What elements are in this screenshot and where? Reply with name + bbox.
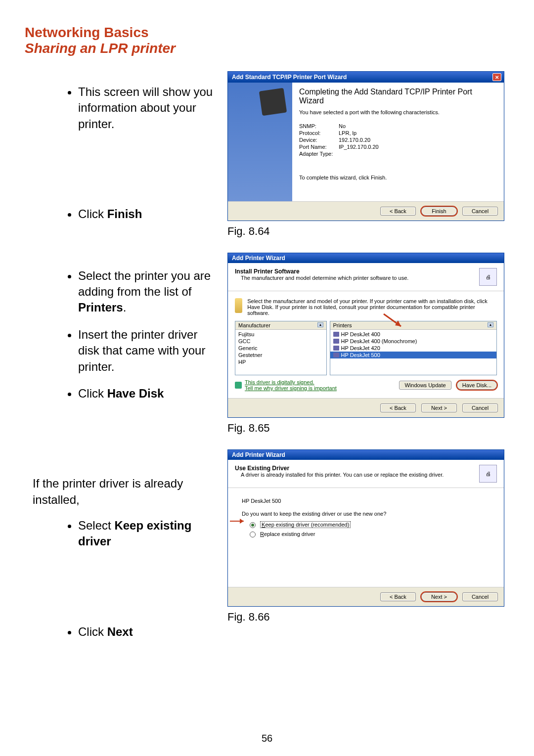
info-text: Select the manufacturer and model of you… (247, 298, 497, 316)
printer-icon (333, 353, 339, 357)
page-number: 56 (0, 733, 534, 744)
screenshots-column: Add Standard TCP/IP Printer Port Wizard … (227, 71, 504, 651)
list-item[interactable]: HP DeskJet 400 (Monochrome) (330, 338, 497, 345)
heading-title: Networking Basics (25, 25, 509, 41)
instruction-item: Select the printer you are adding from t… (78, 268, 218, 316)
column-header: Manufacturer (238, 322, 270, 328)
heading-sub: Sharing an LPR printer (25, 41, 509, 56)
printer-model: HP DeskJet 500 (242, 498, 497, 504)
cancel-button[interactable]: Cancel (462, 592, 498, 601)
manufacturer-list[interactable]: Manufacturer▴ Fujitsu GCC Generic Gestet… (235, 321, 327, 375)
add-printer-wizard-dialog: Add Printer Wizard Install Printer Softw… (227, 253, 504, 418)
radio-keep-driver[interactable] (250, 522, 256, 528)
annotation-arrow-icon (381, 311, 406, 330)
finish-button[interactable]: Finish (421, 207, 457, 216)
back-button[interactable]: < Back (380, 207, 416, 216)
cancel-button[interactable]: Cancel (462, 207, 498, 216)
scroll-up-icon[interactable]: ▴ (488, 322, 493, 327)
header-title: Use Existing Driver (235, 465, 444, 472)
printer-icon (333, 339, 339, 344)
figure-caption: Fig. 8.64 (227, 225, 504, 238)
list-item[interactable]: Generic (235, 345, 326, 352)
list-item[interactable]: GCC (235, 338, 326, 345)
prop-key: Port Name: (299, 144, 339, 150)
question-text: Do you want to keep the existing driver … (242, 511, 497, 517)
wizard-sidebar-image (228, 83, 292, 201)
instruction-item: Click Have Disk (78, 386, 218, 401)
prop-key: Adapter Type: (299, 151, 339, 157)
port-wizard-dialog: Add Standard TCP/IP Printer Port Wizard … (227, 71, 504, 221)
back-button[interactable]: < Back (380, 592, 416, 601)
instruction-item: Insert the printer driver disk that came… (78, 327, 218, 375)
next-button[interactable]: Next > (421, 592, 457, 601)
prop-val: IP_192.170.0.20 (339, 144, 379, 150)
printer-icon (259, 88, 287, 116)
printer-icon: 🖨 (479, 465, 497, 483)
prop-val: LPR, lp (339, 130, 356, 136)
annotation-arrow-icon (229, 517, 247, 525)
prop-key: Device: (299, 137, 339, 143)
wizard-complete-text: To complete this wizard, click Finish. (299, 175, 498, 180)
dialog-title: Add Printer Wizard (232, 255, 285, 262)
next-button[interactable]: Next > (421, 403, 457, 412)
figure-caption: Fig. 8.65 (227, 422, 504, 435)
prop-key: SNMP: (299, 123, 339, 129)
shield-icon (235, 382, 242, 389)
prop-val: No (339, 123, 346, 129)
windows-update-button[interactable]: Windows Update (399, 381, 451, 390)
radio-label: Replace existing driver (260, 531, 315, 537)
printer-icon (333, 346, 339, 351)
wizard-heading: Completing the Add Standard TCP/IP Print… (299, 88, 498, 105)
prop-val: 192.170.0.20 (339, 137, 370, 143)
have-disk-button[interactable]: Have Disk... (457, 381, 497, 390)
instructions-column: This screen will show you information ab… (25, 71, 218, 651)
svg-marker-3 (240, 519, 244, 524)
cancel-button[interactable]: Cancel (462, 403, 498, 412)
existing-driver-dialog: Add Printer Wizard Use Existing Driver A… (227, 449, 504, 607)
signing-link[interactable]: Tell me why driver signing is important (245, 385, 337, 391)
column-header: Printers (333, 322, 352, 328)
close-icon[interactable]: ✕ (492, 73, 501, 81)
printers-list[interactable]: Printers▴ HP DeskJet 400 HP DeskJet 400 … (330, 321, 497, 375)
signed-text: This driver is digitally signed. (245, 379, 337, 385)
instruction-item: This screen will show you information ab… (78, 84, 218, 132)
list-item[interactable]: Gestetner (235, 352, 326, 358)
instruction-item: Click Finish (78, 206, 218, 222)
header-subtitle: The manufacturer and model determine whi… (241, 275, 408, 281)
prop-key: Protocol: (299, 130, 339, 136)
header-subtitle: A driver is already installed for this p… (241, 472, 444, 478)
radio-label: Keep existing driver (recommended) (260, 521, 351, 528)
printer-icon: 🖨 (479, 268, 497, 286)
dialog-title: Add Printer Wizard (232, 451, 285, 458)
dialog-title: Add Standard TCP/IP Printer Port Wizard (232, 74, 347, 81)
list-item-selected[interactable]: HP DeskJet 500 (330, 352, 497, 358)
header-title: Install Printer Software (235, 268, 408, 275)
back-button[interactable]: < Back (380, 403, 416, 412)
list-item[interactable]: HP DeskJet 400 (330, 331, 497, 338)
printer-icon (333, 332, 339, 337)
scroll-up-icon[interactable]: ▴ (317, 322, 323, 327)
list-item[interactable]: HP DeskJet 420 (330, 345, 497, 352)
disk-icon (235, 298, 242, 313)
list-item[interactable]: HP (235, 358, 326, 365)
instruction-item: Select Keep existing driver (78, 518, 218, 550)
radio-replace-driver[interactable] (250, 532, 256, 537)
instruction-item: Click Next (78, 624, 218, 640)
instruction-note: If the printer driver is already install… (33, 476, 218, 508)
list-item[interactable]: Fujitsu (235, 331, 326, 338)
figure-caption: Fig. 8.66 (227, 611, 504, 623)
wizard-subtext: You have selected a port with the follow… (299, 109, 498, 115)
